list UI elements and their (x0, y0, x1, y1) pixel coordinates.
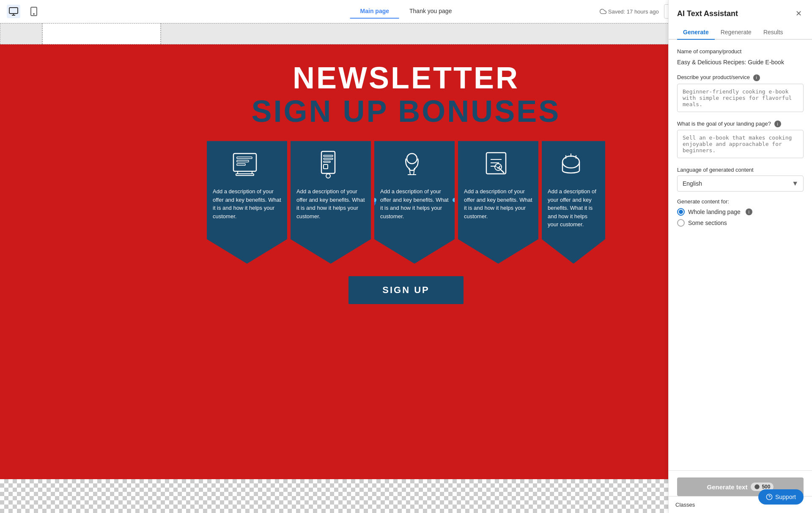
ai-panel-header: AI Text Assistant ✕ (669, 0, 812, 19)
page-tabs: Main page Thank you page (350, 4, 462, 19)
radio-whole-page-btn[interactable] (677, 208, 685, 216)
goal-info-icon[interactable]: i (774, 121, 781, 127)
saved-status: Saved: 17 hours ago (600, 8, 659, 15)
company-field: Name of company/product Easy & Delicious… (677, 48, 804, 67)
describe-textarea[interactable] (677, 84, 804, 112)
move-icon (404, 129, 411, 136)
radio-whole-page[interactable]: Whole landing page i (677, 208, 804, 216)
classes-label: Classes (675, 502, 695, 508)
headline-sub: SIGN UP BONUSES (252, 95, 561, 128)
card-1-text: Add a description of your offer and key … (213, 187, 281, 220)
company-field-label: Name of company/product (677, 48, 804, 55)
card-4-icon (481, 149, 515, 183)
headline-section: NEWSLETTER SIGN UP BONUSES (252, 61, 561, 128)
describe-field: Describe your product/service i (677, 74, 804, 114)
signup-button[interactable]: SIGN UP (348, 276, 463, 304)
radio-some-sections[interactable]: Some sections (677, 219, 804, 227)
support-label: Support (775, 494, 796, 500)
svg-rect-14 (324, 165, 328, 169)
language-field: Language of generated content English Sp… (677, 167, 804, 192)
copy-button[interactable] (389, 126, 401, 138)
svg-rect-7 (237, 160, 249, 162)
goal-field: What is the goal of your landing page? i (677, 121, 804, 160)
resize-handle-right[interactable] (453, 198, 457, 202)
svg-rect-10 (324, 155, 333, 156)
card-1-icon (230, 149, 264, 183)
svg-point-16 (407, 154, 417, 164)
ai-panel-title: AI Text Assistant (677, 9, 738, 18)
ai-tabs: Generate Regenerate Results (669, 25, 812, 40)
strip-block-2 (42, 23, 161, 44)
svg-rect-11 (324, 158, 333, 159)
card-2-text: Add a description of your offer and key … (296, 187, 365, 220)
strip-block-1 (0, 23, 42, 44)
svg-rect-3 (233, 154, 256, 171)
svg-point-13 (326, 174, 330, 178)
card-5[interactable]: Add a description of your offer and key … (542, 141, 605, 263)
goal-textarea[interactable] (677, 130, 804, 158)
ai-form: Name of company/product Easy & Delicious… (669, 40, 812, 470)
tab-thank-you-page[interactable]: Thank you page (399, 4, 462, 19)
company-name-value: Easy & Delicious Recipes: Guide E-book (677, 57, 804, 67)
move-button[interactable] (402, 126, 414, 138)
desktop-device-button[interactable] (7, 5, 20, 18)
card-5-icon (557, 149, 590, 183)
headline-main: NEWSLETTER (252, 61, 561, 95)
radio-whole-page-label: Whole landing page (688, 208, 741, 215)
svg-rect-12 (324, 161, 330, 162)
svg-point-2 (33, 14, 34, 14)
generate-for-section: Generate content for: Whole landing page… (677, 198, 804, 230)
card-4-text: Add a description of your offer and key … (464, 187, 532, 220)
describe-field-label: Describe your product/service i (677, 74, 804, 81)
svg-point-20 (755, 484, 760, 489)
card-2-icon (314, 149, 348, 183)
mobile-device-button[interactable] (27, 5, 41, 18)
generate-for-label: Generate content for: (677, 198, 804, 205)
card-5-text: Add a description of your offer and key … (548, 187, 599, 229)
svg-rect-5 (236, 174, 254, 176)
svg-rect-15 (394, 132, 398, 135)
language-dropdown-wrapper: English Spanish French German Italian ▼ (677, 176, 804, 192)
edit-button[interactable]: EDIT (373, 126, 388, 138)
card-2[interactable]: Add a description of your offer and key … (291, 141, 371, 263)
support-icon (766, 494, 773, 500)
card-3-icon (398, 149, 431, 183)
cloud-icon (600, 8, 606, 15)
delete-button[interactable] (414, 126, 426, 138)
describe-info-icon[interactable]: i (753, 74, 760, 81)
card-3-text[interactable]: Add a description of your offer and key … (380, 187, 449, 220)
card-4[interactable]: Add a description of your offer and key … (458, 141, 538, 263)
goal-field-label: What is the goal of your landing page? i (677, 121, 804, 128)
generate-btn-label: Generate text (707, 483, 748, 491)
close-panel-button[interactable]: ✕ (793, 8, 804, 19)
svg-rect-8 (237, 164, 245, 165)
radio-some-sections-btn[interactable] (677, 219, 685, 227)
svg-rect-6 (237, 157, 252, 159)
delete-icon (417, 129, 424, 136)
main-area: NEWSLETTER SIGN UP BONUSES (0, 23, 812, 513)
more-button[interactable] (427, 126, 439, 138)
card-3[interactable]: EDIT (374, 141, 455, 263)
tab-main-page[interactable]: Main page (350, 4, 399, 19)
coin-icon (754, 484, 760, 490)
language-field-label: Language of generated content (677, 167, 804, 173)
ai-text-assistant-panel: AI Text Assistant ✕ Generate Regenerate … (668, 0, 812, 513)
more-icon (430, 129, 436, 136)
copy-icon (392, 129, 398, 136)
svg-rect-0 (9, 8, 18, 14)
tab-generate[interactable]: Generate (677, 25, 715, 40)
topbar-left (7, 5, 41, 18)
tab-results[interactable]: Results (757, 25, 789, 40)
svg-point-18 (495, 164, 502, 170)
whole-page-info-icon[interactable]: i (746, 208, 752, 215)
radio-some-sections-label: Some sections (688, 219, 727, 226)
support-button[interactable]: Support (758, 489, 804, 505)
svg-point-19 (562, 156, 579, 168)
card-1[interactable]: Add a description of your offer and key … (207, 141, 287, 263)
tab-regenerate[interactable]: Regenerate (715, 25, 757, 40)
language-select[interactable]: English Spanish French German Italian (677, 176, 804, 192)
